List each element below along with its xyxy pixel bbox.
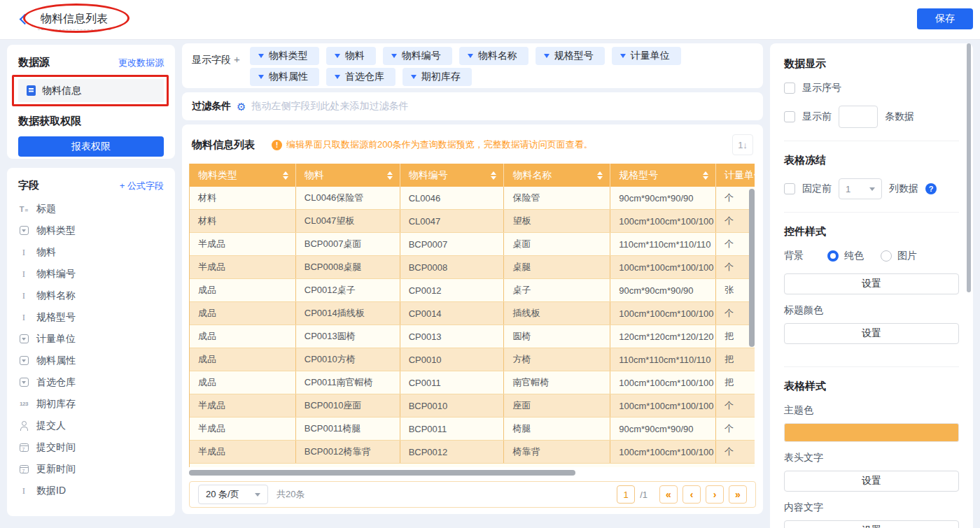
field-item[interactable]: 123期初库存 (18, 393, 164, 415)
page-number-input[interactable]: 1 (617, 485, 635, 504)
text-icon: I (18, 290, 29, 301)
freeze-checkbox[interactable] (784, 183, 795, 194)
table-cell: CP0011南官帽椅 (296, 371, 400, 394)
next-page-button[interactable]: › (706, 485, 724, 504)
field-item[interactable]: 提交人 (18, 415, 164, 436)
field-item[interactable]: I物料编号 (18, 263, 164, 285)
table-cell: CP0010方椅 (296, 348, 400, 371)
field-item[interactable]: 首选仓库 (18, 371, 164, 393)
table-cell: 110cm*110cm*110/110 (610, 348, 716, 371)
content-text-set-button[interactable]: 设置 (784, 520, 959, 528)
page-size-select[interactable]: 20 条/页 (198, 485, 268, 504)
report-permission-button[interactable]: 报表权限 (18, 136, 164, 157)
table-cell: 100cm*100cm*100/100 (610, 210, 716, 232)
column-header[interactable]: 物料名称 (504, 164, 610, 187)
sort-order-icon[interactable]: 1↓ (732, 134, 753, 155)
data-display-title: 数据显示 (784, 57, 959, 71)
field-item[interactable]: I规格型号 (18, 306, 164, 328)
field-item[interactable]: 物料类型 (18, 220, 164, 241)
field-item[interactable]: I物料 (18, 241, 164, 263)
table-cell: CP0014插线板 (296, 302, 400, 324)
sort-icon[interactable] (387, 171, 393, 180)
theme-color-swatch[interactable] (784, 423, 959, 442)
display-field-chip[interactable]: 物料名称 (459, 47, 528, 65)
show-front-checkbox[interactable] (784, 111, 795, 122)
column-header[interactable]: 计量单位 (716, 164, 755, 187)
display-field-chip[interactable]: 物料 (326, 47, 376, 65)
prev-page-button[interactable]: ‹ (682, 485, 701, 504)
cols-suffix-label: 列数据 (889, 183, 918, 195)
table-cell: 桌子 (504, 279, 610, 301)
table-cell: BCP0012椅靠背 (296, 441, 400, 463)
add-formula-field-link[interactable]: + 公式字段 (120, 180, 164, 192)
select-icon (18, 225, 29, 236)
chevron-down-icon (411, 75, 416, 79)
field-item[interactable]: I数据ID (18, 480, 164, 501)
table-horizontal-scrollbar[interactable] (189, 470, 575, 476)
filter-panel[interactable]: 过滤条件 ⚙ 拖动左侧字段到此处来添加过滤条件 (182, 92, 763, 120)
table-cell: CP0013 (400, 325, 505, 348)
display-fields-label: 显示字段 (192, 54, 231, 65)
save-button[interactable]: 保存 (917, 8, 973, 29)
field-item[interactable]: T标题 (18, 198, 164, 220)
number-icon: 123 (18, 399, 29, 410)
select-icon (18, 355, 29, 366)
table-row: 半成品BCP0010座面BCP0010座面100cm*100cm*100/100… (190, 394, 755, 418)
sort-icon[interactable] (597, 171, 603, 180)
field-item[interactable]: 计量单位 (18, 328, 164, 350)
first-page-button[interactable]: « (659, 485, 678, 504)
column-header[interactable]: 物料类型 (190, 164, 296, 187)
table-cell: 成品 (190, 371, 296, 394)
table-title: 物料信息列表 (192, 138, 255, 152)
display-field-chip[interactable]: 首选仓库 (326, 68, 396, 86)
background-set-button[interactable]: 设置 (784, 273, 959, 294)
sort-icon[interactable] (491, 171, 496, 180)
field-item[interactable]: I物料名称 (18, 285, 164, 306)
table-row: 成品CP0014插线板CP0014插线板100cm*100cm*100/100个 (190, 302, 755, 325)
solid-color-radio[interactable] (827, 250, 839, 262)
table-vertical-scrollbar[interactable] (749, 189, 755, 347)
display-field-chip[interactable]: 物料编号 (383, 47, 452, 65)
back-icon[interactable] (20, 14, 31, 25)
display-field-chip[interactable]: 规格型号 (536, 47, 605, 65)
top-bar: 物料信息列表 保存 (0, 0, 980, 40)
field-item[interactable]: 更新时间 (18, 458, 164, 480)
table-cell: 100cm*100cm*100/100 (610, 256, 716, 278)
display-field-chip[interactable]: 期初库存 (402, 68, 472, 86)
help-icon[interactable]: ? (925, 183, 937, 194)
sort-icon[interactable] (703, 171, 708, 180)
image-radio[interactable] (881, 250, 892, 262)
page-title[interactable]: 物料信息列表 (38, 12, 111, 30)
sort-icon[interactable] (283, 171, 288, 180)
display-field-chip[interactable]: 计量单位 (612, 47, 681, 65)
field-item[interactable]: 物料属性 (18, 350, 164, 371)
table-cell: 桌腿 (504, 256, 610, 278)
filter-placeholder: 拖动左侧字段到此处来添加过滤条件 (251, 100, 408, 113)
table-panel: 物料信息列表 ! 编辑界面只取数据源前200条作为查询数据预览，完整数据请访问页… (182, 124, 763, 514)
gear-icon[interactable]: ⚙ (237, 101, 246, 112)
display-field-chip[interactable]: 物料属性 (250, 68, 319, 86)
column-header[interactable]: 物料编号 (400, 164, 505, 187)
field-item[interactable]: 提交时间 (18, 436, 164, 458)
change-datasource-link[interactable]: 更改数据源 (118, 57, 164, 69)
table-cell: 成品 (190, 279, 296, 301)
table-cell: BCP0008桌腿 (296, 256, 400, 278)
column-header[interactable]: 物料 (296, 164, 400, 187)
header-text-label: 表头文字 (784, 452, 959, 464)
last-page-button[interactable]: » (729, 485, 747, 504)
table-cell: 保险管 (504, 187, 610, 209)
display-field-chip[interactable]: 物料类型 (250, 47, 319, 65)
front-count-input[interactable] (839, 106, 878, 128)
chevron-down-icon (391, 54, 397, 58)
show-index-checkbox[interactable] (784, 83, 795, 94)
header-text-set-button[interactable]: 设置 (784, 471, 959, 492)
total-count: 共20条 (276, 488, 304, 501)
datasource-item[interactable]: 物料信息 (18, 79, 164, 102)
freeze-count-select[interactable]: 1 (839, 178, 882, 199)
title-color-label: 标题颜色 (784, 304, 959, 317)
title-color-set-button[interactable]: 设置 (784, 323, 959, 344)
column-header[interactable]: 规格型号 (610, 164, 716, 187)
add-display-field-button[interactable]: + (234, 53, 240, 65)
panel-vertical-scrollbar[interactable] (967, 43, 971, 292)
table-cell: 座面 (504, 394, 610, 417)
